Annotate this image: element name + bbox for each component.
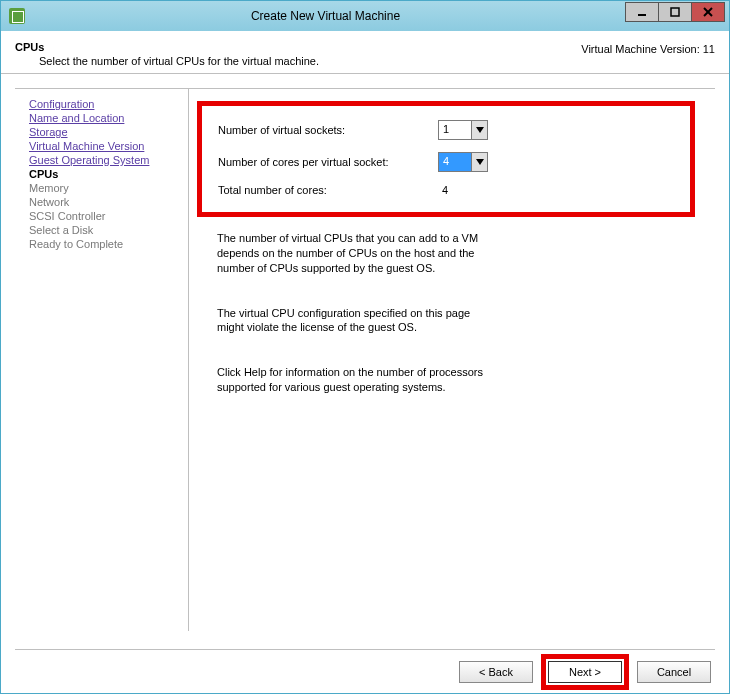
- total-row: Total number of cores: 4: [218, 178, 680, 202]
- cores-dropdown[interactable]: 4: [438, 152, 488, 172]
- next-button-highlight: Next >: [541, 654, 629, 690]
- svg-marker-4: [476, 127, 484, 133]
- sockets-value: 1: [439, 121, 471, 139]
- back-button[interactable]: < Back: [459, 661, 533, 683]
- cores-label: Number of cores per virtual socket:: [218, 156, 438, 168]
- info-text-3: Click Help for information on the number…: [217, 365, 497, 395]
- sockets-label: Number of virtual sockets:: [218, 124, 438, 136]
- wizard-main: Number of virtual sockets: 1 Number of c…: [189, 88, 715, 631]
- close-button[interactable]: [691, 2, 725, 22]
- svg-marker-5: [476, 159, 484, 165]
- maximize-button[interactable]: [658, 2, 692, 22]
- wizard-body: Configuration Name and Location Storage …: [1, 74, 729, 631]
- sidebar-item-select-disk: Select a Disk: [29, 223, 188, 237]
- chevron-down-icon[interactable]: [471, 153, 487, 171]
- wizard-window: Create New Virtual Machine CPUs Select t…: [0, 0, 730, 694]
- sidebar-item-storage[interactable]: Storage: [29, 125, 188, 139]
- total-value: 4: [438, 184, 448, 196]
- window-buttons: [626, 2, 725, 22]
- sidebar-item-ready: Ready to Complete: [29, 237, 188, 251]
- app-icon: [9, 8, 25, 24]
- vm-version-label: Virtual Machine Version: 11: [581, 41, 715, 67]
- sidebar-item-scsi: SCSI Controller: [29, 209, 188, 223]
- sidebar-item-vm-version[interactable]: Virtual Machine Version: [29, 139, 188, 153]
- next-button[interactable]: Next >: [548, 661, 622, 683]
- minimize-button[interactable]: [625, 2, 659, 22]
- cores-value: 4: [439, 153, 471, 171]
- sidebar-item-network: Network: [29, 195, 188, 209]
- sidebar-item-cpus: CPUs: [29, 167, 188, 181]
- svg-rect-1: [671, 8, 679, 16]
- wizard-footer: < Back Next > Cancel: [15, 649, 715, 693]
- total-label: Total number of cores:: [218, 184, 438, 196]
- cpu-settings-highlight: Number of virtual sockets: 1 Number of c…: [197, 101, 695, 217]
- window-title: Create New Virtual Machine: [25, 9, 626, 23]
- sidebar-item-name-location[interactable]: Name and Location: [29, 111, 188, 125]
- sidebar-item-memory: Memory: [29, 181, 188, 195]
- sidebar-item-guest-os[interactable]: Guest Operating System: [29, 153, 188, 167]
- chevron-down-icon[interactable]: [471, 121, 487, 139]
- titlebar: Create New Virtual Machine: [1, 1, 729, 31]
- page-subtitle: Select the number of virtual CPUs for th…: [39, 55, 581, 67]
- wizard-steps-sidebar: Configuration Name and Location Storage …: [15, 88, 189, 631]
- info-text-1: The number of virtual CPUs that you can …: [217, 231, 497, 276]
- sockets-dropdown[interactable]: 1: [438, 120, 488, 140]
- cores-row: Number of cores per virtual socket: 4: [218, 146, 680, 178]
- sidebar-item-configuration[interactable]: Configuration: [29, 97, 188, 111]
- page-title: CPUs: [15, 41, 581, 53]
- sockets-row: Number of virtual sockets: 1: [218, 114, 680, 146]
- info-text-2: The virtual CPU configuration specified …: [217, 306, 497, 336]
- wizard-header: CPUs Select the number of virtual CPUs f…: [1, 31, 729, 74]
- cancel-button[interactable]: Cancel: [637, 661, 711, 683]
